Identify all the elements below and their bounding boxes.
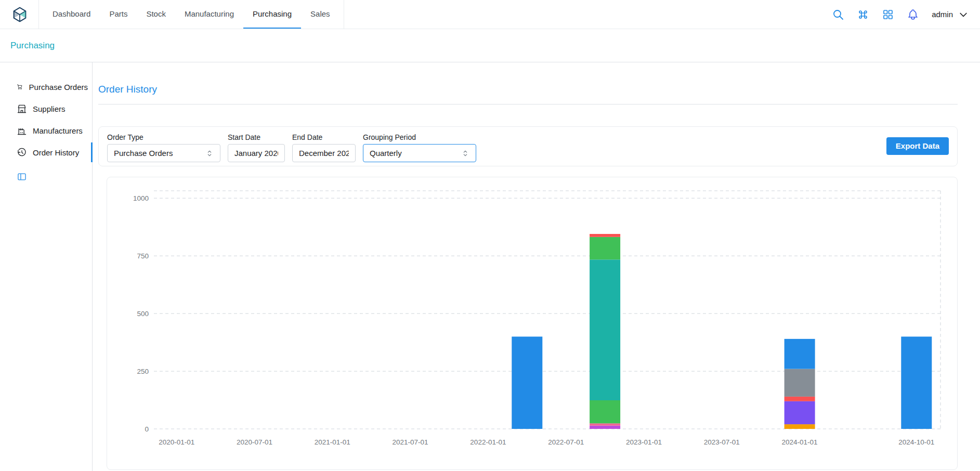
app-logo[interactable] — [11, 0, 28, 29]
navbar-actions: admin — [832, 0, 969, 29]
grouping-period-field: Grouping Period Quarterly — [363, 133, 476, 162]
start-date-label: Start Date — [228, 133, 285, 141]
svg-text:2023-01-01: 2023-01-01 — [626, 438, 662, 446]
svg-text:500: 500 — [137, 310, 149, 318]
grouping-period-value: Quarterly — [370, 149, 402, 158]
sidebar: Purchase Orders Suppliers Manufacturers … — [0, 62, 93, 471]
shopping-cart-icon — [17, 82, 23, 92]
svg-text:2024-10-01: 2024-10-01 — [898, 438, 934, 446]
svg-text:2022-07-01: 2022-07-01 — [548, 438, 584, 446]
panel-left-icon — [17, 172, 27, 182]
svg-text:2021-01-01: 2021-01-01 — [315, 438, 350, 446]
search-button[interactable] — [832, 8, 844, 21]
export-data-button[interactable]: Export Data — [886, 137, 949, 155]
chevron-selector-icon — [461, 149, 469, 158]
tab-dashboard[interactable]: Dashboard — [43, 0, 100, 29]
svg-text:2020-07-01: 2020-07-01 — [237, 438, 272, 446]
order-type-select[interactable]: Purchase Orders — [107, 144, 220, 162]
chevron-selector-icon — [205, 149, 214, 158]
order-type-field: Order Type Purchase Orders — [107, 133, 220, 162]
title-divider — [98, 104, 958, 104]
svg-text:2023-07-01: 2023-07-01 — [704, 438, 740, 446]
tab-purchasing[interactable]: Purchasing — [243, 0, 301, 29]
sidebar-item-order-history[interactable]: Order History — [0, 141, 92, 163]
sidebar-item-label: Manufacturers — [33, 126, 83, 135]
tab-manufacturing[interactable]: Manufacturing — [175, 0, 243, 29]
tab-stock[interactable]: Stock — [137, 0, 175, 29]
search-icon — [832, 8, 844, 21]
user-name: admin — [932, 10, 953, 19]
sidebar-item-label: Suppliers — [33, 104, 66, 113]
svg-text:750: 750 — [137, 252, 149, 260]
grouping-period-label: Grouping Period — [363, 133, 476, 141]
command-palette-button[interactable] — [857, 8, 869, 21]
end-date-input[interactable] — [299, 149, 349, 158]
sidebar-collapse-toggle[interactable] — [17, 172, 92, 184]
svg-text:0: 0 — [145, 425, 149, 433]
content-layout: Purchase Orders Suppliers Manufacturers … — [0, 62, 980, 471]
user-menu[interactable]: admin — [932, 9, 969, 20]
tab-parts[interactable]: Parts — [100, 0, 137, 29]
svg-text:2024-01-01: 2024-01-01 — [782, 438, 818, 446]
breadcrumb: Purchasing — [0, 29, 980, 62]
sidebar-item-manufacturers[interactable]: Manufacturers — [0, 120, 92, 141]
tab-sales[interactable]: Sales — [301, 0, 339, 29]
sidebar-item-purchase-orders[interactable]: Purchase Orders — [0, 76, 92, 98]
building-store-icon — [17, 103, 27, 114]
notifications-button[interactable] — [907, 8, 919, 21]
end-date-field: End Date — [292, 133, 356, 162]
start-date-input[interactable] — [234, 149, 278, 158]
breadcrumb-item-purchasing[interactable]: Purchasing — [10, 41, 55, 51]
svg-text:2021-07-01: 2021-07-01 — [393, 438, 428, 446]
sidebar-item-label: Order History — [33, 148, 79, 157]
filter-panel: Order Type Purchase Orders Start Date En… — [98, 126, 958, 166]
svg-text:1000: 1000 — [133, 194, 149, 202]
order-type-value: Purchase Orders — [114, 149, 173, 158]
history-icon — [17, 147, 27, 158]
order-history-chart: 025050075010002020-01-012020-07-012021-0… — [113, 184, 951, 463]
top-navbar: Dashboard Parts Stock Manufacturing Purc… — [0, 0, 980, 29]
inventree-logo-icon — [11, 6, 28, 23]
svg-text:250: 250 — [137, 368, 149, 375]
order-history-chart-card: 025050075010002020-01-012020-07-012021-0… — [107, 177, 958, 470]
grouping-period-select[interactable]: Quarterly — [363, 144, 476, 162]
chevron-down-icon — [958, 9, 969, 20]
scan-grid-button[interactable] — [882, 8, 894, 21]
bell-icon — [907, 8, 919, 21]
svg-text:2022-01-01: 2022-01-01 — [470, 438, 506, 446]
sidebar-item-suppliers[interactable]: Suppliers — [0, 98, 92, 120]
svg-text:2020-01-01: 2020-01-01 — [159, 438, 194, 446]
main-nav-tabs: Dashboard Parts Stock Manufacturing Purc… — [38, 0, 344, 29]
building-factory-icon — [17, 125, 27, 136]
start-date-field: Start Date — [228, 133, 285, 162]
grid-icon — [882, 8, 894, 21]
main-panel: Order History Order Type Purchase Orders… — [93, 62, 980, 471]
end-date-label: End Date — [292, 133, 356, 141]
command-icon — [857, 8, 869, 21]
order-type-label: Order Type — [107, 133, 220, 141]
sidebar-item-label: Purchase Orders — [29, 83, 88, 91]
page-title: Order History — [98, 83, 958, 96]
